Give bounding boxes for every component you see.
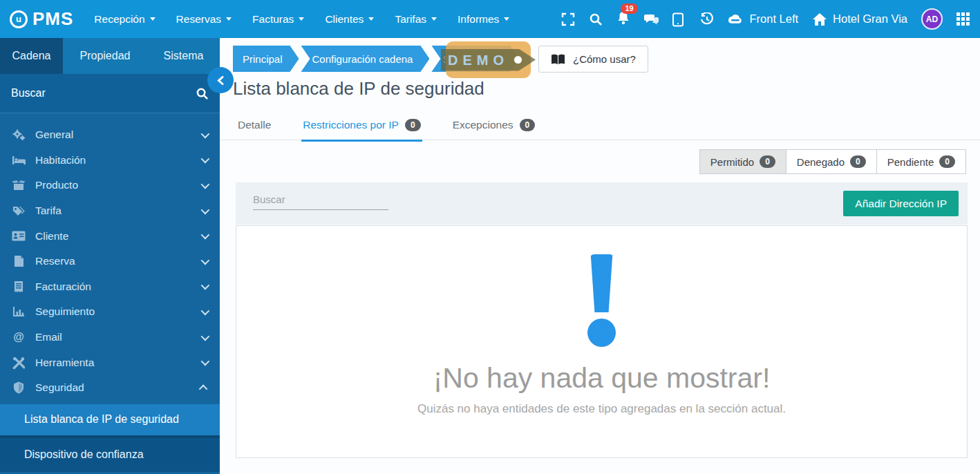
property-selector[interactable]: Hotel Gran Via: [812, 12, 907, 26]
seguridad-submenu: Lista blanca de IP de seguridad Disposit…: [0, 404, 220, 472]
nav-facturas[interactable]: Facturas: [252, 13, 304, 26]
main-content: Principal Configuración cadena Seguridad…: [220, 38, 980, 474]
sidebar-item-reserva[interactable]: Reserva: [0, 249, 220, 274]
sidebar-tab-sistema[interactable]: Sistema: [147, 38, 220, 74]
status-filter-group: Permitido 0 Denegado 0 Pendiente 0: [700, 149, 966, 174]
book-icon: [551, 54, 565, 65]
chevron-down-icon: [201, 130, 210, 139]
chevron-down-icon: [201, 307, 210, 316]
sidebar-item-general[interactable]: General: [0, 122, 220, 148]
chevron-down-icon: [201, 231, 210, 240]
tablet-icon[interactable]: [672, 12, 686, 26]
content-tabs: Detalle Restricciones por IP 0 Excepcion…: [220, 115, 980, 140]
empty-state-subtitle: Quizás no haya entidades de este tipo ag…: [417, 402, 786, 416]
sidebar-item-email[interactable]: @ Email: [0, 325, 220, 350]
top-bar: u PMS Recepción Reservas Facturas Client…: [0, 0, 980, 38]
chevron-down-icon: [201, 205, 210, 214]
notification-count-badge: 19: [621, 3, 637, 14]
sidebar-search: [0, 74, 220, 113]
sidebar-item-dispositivo-confianza[interactable]: Dispositivo de confianza: [0, 438, 220, 472]
filter-count-badge: 0: [760, 155, 775, 168]
search-icon[interactable]: [589, 12, 603, 26]
sidebar-item-tarifa[interactable]: Tarifa: [0, 198, 220, 224]
sidebar-tab-propiedad[interactable]: Propiedad: [63, 38, 147, 74]
tab-count-badge: 0: [520, 119, 536, 131]
tools-icon: [11, 356, 26, 370]
front-office-selector[interactable]: Front Left: [727, 12, 798, 26]
filter-permitido-button[interactable]: Permitido 0: [699, 149, 786, 174]
sidebar: Cadena Propiedad Sistema General Habitac…: [0, 38, 220, 474]
app-logo[interactable]: u PMS: [10, 8, 73, 30]
filter-denegado-button[interactable]: Denegado 0: [786, 149, 877, 174]
chevron-down-icon: [431, 17, 437, 21]
chevron-down-icon: [299, 17, 304, 21]
top-bar-right: 19 Front Left Hotel Gran Via AD: [561, 8, 970, 30]
tab-restricciones-por-ip[interactable]: Restricciones por IP 0: [301, 115, 422, 142]
home-icon: [812, 12, 827, 26]
chevron-down-icon: [368, 17, 374, 21]
apps-grid-icon[interactable]: [957, 12, 970, 26]
id-card-icon: [11, 229, 26, 243]
sidebar-tab-cadena[interactable]: Cadena: [0, 38, 63, 74]
list-toolbar: Añadir Dirección IP: [236, 182, 968, 225]
tab-detalle[interactable]: Detalle: [236, 115, 272, 142]
how-to-use-button[interactable]: ¿Cómo usar?: [538, 46, 648, 73]
exclamation-icon: [590, 254, 614, 312]
user-avatar[interactable]: AD: [921, 8, 943, 30]
chevron-down-icon: [201, 155, 210, 164]
breadcrumb-principal[interactable]: Principal: [233, 46, 299, 72]
sidebar-collapse-button[interactable]: [207, 67, 234, 93]
bar-chart-icon: [11, 305, 26, 319]
fullscreen-icon[interactable]: [561, 12, 575, 26]
search-icon[interactable]: [196, 87, 209, 100]
filter-count-badge: 0: [850, 155, 866, 168]
empty-state-card: ¡No hay nada que mostrar! Quizás no haya…: [236, 225, 968, 458]
notifications-bell-icon[interactable]: 19: [616, 10, 630, 28]
sidebar-item-facturacion[interactable]: Facturación: [0, 274, 220, 300]
chevron-down-icon: [226, 17, 232, 21]
sidebar-item-herramienta[interactable]: Herramienta: [0, 350, 220, 375]
file-icon: [11, 254, 26, 268]
nav-tarifas[interactable]: Tarifas: [395, 13, 437, 26]
chevron-left-icon: [216, 76, 225, 85]
sidebar-item-lista-blanca-ip[interactable]: Lista blanca de IP de seguridad: [0, 404, 220, 435]
sidebar-search-input[interactable]: [11, 87, 196, 99]
sidebar-item-habitacion[interactable]: Habitación: [0, 148, 220, 173]
sidebar-item-cliente[interactable]: Cliente: [0, 223, 220, 249]
filter-count-badge: 0: [939, 155, 955, 168]
breadcrumb-configuracion-cadena[interactable]: Configuración cadena: [301, 46, 430, 72]
sidebar-menu: General Habitación Producto Tarifa Clien…: [0, 113, 220, 472]
history-icon[interactable]: [699, 12, 713, 26]
tags-icon: [11, 204, 26, 218]
exclamation-dot-icon: [587, 319, 616, 347]
add-ip-address-button[interactable]: Añadir Dirección IP: [843, 191, 959, 216]
cloud-icon: [727, 13, 744, 26]
breadcrumb: Principal Configuración cadena Seguridad…: [233, 46, 521, 72]
sidebar-item-seguimiento[interactable]: Seguimiento: [0, 299, 220, 325]
tab-count-badge: 0: [405, 119, 421, 131]
sidebar-item-seguridad[interactable]: Seguridad: [0, 375, 220, 401]
shield-icon: [11, 381, 26, 395]
breadcrumb-seguridad-ip[interactable]: Seguridad IP: [431, 46, 519, 72]
logo-circle-icon: u: [10, 10, 28, 28]
chevron-down-icon: [201, 332, 210, 341]
nav-reservas[interactable]: Reservas: [176, 13, 232, 26]
tab-excepciones[interactable]: Excepciones 0: [451, 115, 537, 142]
chevron-down-icon: [201, 256, 210, 265]
chevron-down-icon: [201, 357, 210, 366]
sidebar-tabs: Cadena Propiedad Sistema: [0, 38, 220, 74]
nav-clientes[interactable]: Clientes: [325, 13, 374, 26]
chevron-down-icon: [150, 17, 156, 21]
chat-icon[interactable]: [644, 12, 658, 26]
sidebar-item-producto[interactable]: Producto: [0, 173, 220, 198]
nav-informes[interactable]: Informes: [458, 13, 509, 26]
property-label: Hotel Gran Via: [833, 12, 907, 26]
nav-recepcion[interactable]: Recepción: [94, 13, 155, 26]
box-icon: [11, 178, 26, 192]
filter-pendiente-button[interactable]: Pendiente 0: [876, 149, 966, 174]
gears-icon: [11, 128, 26, 142]
page-title: Lista blanca de IP de seguridad: [233, 78, 484, 99]
chevron-down-icon: [504, 17, 509, 21]
list-search-input[interactable]: [253, 193, 390, 205]
list-search: [253, 193, 388, 210]
